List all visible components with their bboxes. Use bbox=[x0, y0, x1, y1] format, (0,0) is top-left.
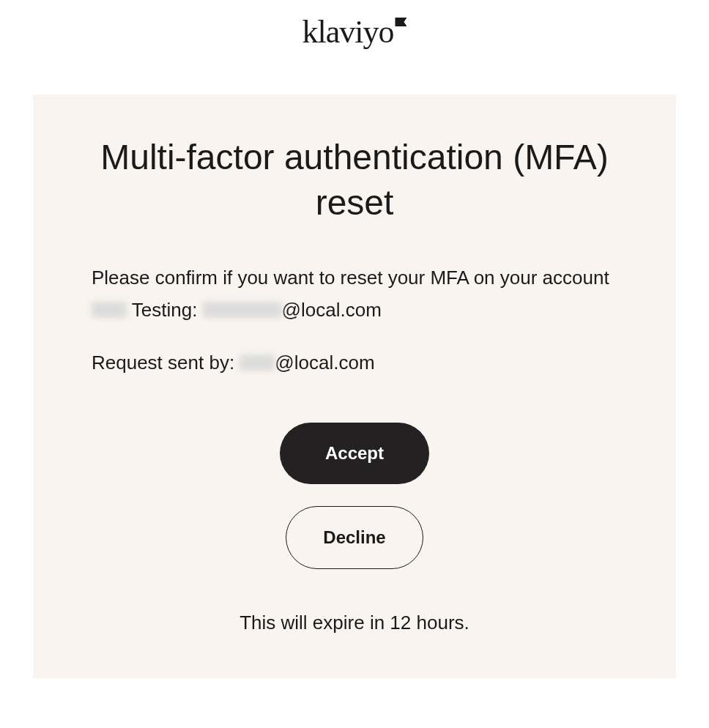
logo-text: klaviyo bbox=[302, 13, 394, 51]
confirm-mid: Testing: bbox=[127, 299, 203, 321]
request-suffix: @local.com bbox=[275, 352, 374, 374]
redacted-email-local bbox=[203, 302, 282, 318]
confirm-prefix: Please confirm if you want to reset your… bbox=[92, 267, 609, 289]
expiry-text: This will expire in 12 hours. bbox=[92, 612, 617, 634]
redacted-sender-local bbox=[240, 354, 275, 371]
decline-button[interactable]: Decline bbox=[286, 506, 423, 569]
logo-container: klaviyo bbox=[0, 0, 709, 94]
request-sent-text: Request sent by: @local.com bbox=[92, 346, 617, 379]
button-stack: Accept Decline bbox=[92, 423, 617, 569]
request-prefix: Request sent by: bbox=[92, 352, 240, 374]
accept-button[interactable]: Accept bbox=[280, 423, 429, 484]
confirm-suffix: @local.com bbox=[282, 299, 382, 321]
footer-text: © 2023 Klaviyo Inc. All rights reserved.… bbox=[0, 678, 709, 728]
logo-flag-icon bbox=[395, 18, 407, 26]
klaviyo-logo: klaviyo bbox=[302, 13, 407, 51]
confirm-text: Please confirm if you want to reset your… bbox=[92, 261, 617, 326]
mfa-reset-card: Multi-factor authentication (MFA) reset … bbox=[33, 94, 676, 678]
redacted-account-name bbox=[92, 302, 127, 318]
page-title: Multi-factor authentication (MFA) reset bbox=[92, 135, 617, 226]
